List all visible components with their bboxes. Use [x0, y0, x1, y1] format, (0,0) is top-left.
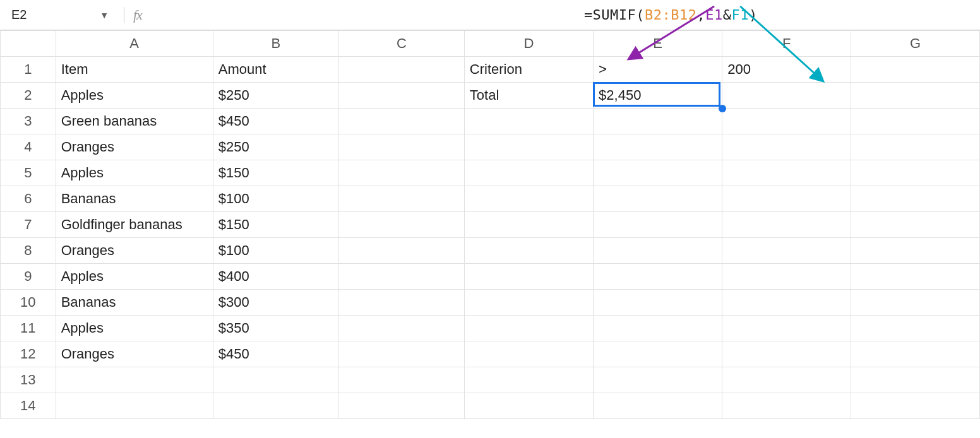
cell-C8[interactable]: [338, 238, 464, 264]
column-header-F[interactable]: F: [722, 31, 851, 57]
cell-F14[interactable]: [722, 393, 851, 419]
cell-E2[interactable]: $2,450: [594, 83, 722, 109]
row-header-10[interactable]: 10: [1, 290, 56, 316]
select-all-corner[interactable]: [1, 31, 56, 57]
cell-F8[interactable]: [722, 238, 851, 264]
cell-E3[interactable]: [594, 109, 722, 134]
cell-D7[interactable]: [464, 212, 593, 238]
cell-A8[interactable]: Oranges: [56, 238, 213, 264]
cell-G6[interactable]: [851, 186, 980, 212]
column-header-D[interactable]: D: [464, 31, 593, 57]
cell-C14[interactable]: [338, 393, 464, 419]
column-header-A[interactable]: A: [56, 31, 213, 57]
cell-C13[interactable]: [338, 367, 464, 393]
cell-B7[interactable]: $150: [213, 212, 338, 238]
row-header-3[interactable]: 3: [1, 109, 56, 134]
cell-F7[interactable]: [722, 212, 851, 238]
selection-fill-handle[interactable]: [719, 105, 726, 112]
column-header-E[interactable]: E: [594, 31, 722, 57]
cell-C9[interactable]: [338, 264, 464, 290]
cell-G11[interactable]: [851, 316, 980, 341]
cell-A14[interactable]: [56, 393, 213, 419]
cell-D1[interactable]: Criterion: [464, 57, 593, 83]
cell-D6[interactable]: [464, 186, 593, 212]
cell-E12[interactable]: [594, 341, 722, 367]
cell-A11[interactable]: Apples: [56, 316, 213, 341]
cell-G7[interactable]: [851, 212, 980, 238]
cell-A5[interactable]: Apples: [56, 160, 213, 186]
cell-D9[interactable]: [464, 264, 593, 290]
cell-E13[interactable]: [594, 367, 722, 393]
cell-B12[interactable]: $450: [213, 341, 338, 367]
cell-F6[interactable]: [722, 186, 851, 212]
cell-F3[interactable]: [722, 109, 851, 134]
cell-F1[interactable]: 200: [722, 57, 851, 83]
cell-E4[interactable]: [594, 134, 722, 160]
cell-C11[interactable]: [338, 316, 464, 341]
row-header-14[interactable]: 14: [1, 393, 56, 419]
cell-G5[interactable]: [851, 160, 980, 186]
name-box[interactable]: E2 ▼: [8, 8, 115, 22]
row-header-1[interactable]: 1: [1, 57, 56, 83]
cell-B4[interactable]: $250: [213, 134, 338, 160]
row-header-5[interactable]: 5: [1, 160, 56, 186]
cell-A13[interactable]: [56, 367, 213, 393]
cell-F10[interactable]: [722, 290, 851, 316]
cell-C12[interactable]: [338, 341, 464, 367]
cell-F5[interactable]: [722, 160, 851, 186]
cell-G9[interactable]: [851, 264, 980, 290]
cell-E1[interactable]: >: [594, 57, 722, 83]
cell-C6[interactable]: [338, 186, 464, 212]
cell-G8[interactable]: [851, 238, 980, 264]
cell-F2[interactable]: [722, 83, 851, 109]
cell-C10[interactable]: [338, 290, 464, 316]
cell-C5[interactable]: [338, 160, 464, 186]
cell-B5[interactable]: $150: [213, 160, 338, 186]
cell-F13[interactable]: [722, 367, 851, 393]
cell-G13[interactable]: [851, 367, 980, 393]
cell-C3[interactable]: [338, 109, 464, 134]
row-header-11[interactable]: 11: [1, 316, 56, 341]
row-header-2[interactable]: 2: [1, 83, 56, 109]
cell-B3[interactable]: $450: [213, 109, 338, 134]
cell-F4[interactable]: [722, 134, 851, 160]
cell-G10[interactable]: [851, 290, 980, 316]
row-header-6[interactable]: 6: [1, 186, 56, 212]
fx-icon[interactable]: fx: [133, 7, 142, 23]
cell-E5[interactable]: [594, 160, 722, 186]
cell-B8[interactable]: $100: [213, 238, 338, 264]
cell-C2[interactable]: [338, 83, 464, 109]
cell-D13[interactable]: [464, 367, 593, 393]
column-header-B[interactable]: B: [213, 31, 338, 57]
cell-D11[interactable]: [464, 316, 593, 341]
cell-E10[interactable]: [594, 290, 722, 316]
cell-D3[interactable]: [464, 109, 593, 134]
cell-B9[interactable]: $400: [213, 264, 338, 290]
cell-A2[interactable]: Apples: [56, 83, 213, 109]
cell-E7[interactable]: [594, 212, 722, 238]
cell-E11[interactable]: [594, 316, 722, 341]
cell-B10[interactable]: $300: [213, 290, 338, 316]
cell-E6[interactable]: [594, 186, 722, 212]
cell-E14[interactable]: [594, 393, 722, 419]
cell-C1[interactable]: [338, 57, 464, 83]
cell-B11[interactable]: $350: [213, 316, 338, 341]
cell-A6[interactable]: Bananas: [56, 186, 213, 212]
cell-D4[interactable]: [464, 134, 593, 160]
cell-B6[interactable]: $100: [213, 186, 338, 212]
cell-A4[interactable]: Oranges: [56, 134, 213, 160]
row-header-12[interactable]: 12: [1, 341, 56, 367]
cell-G3[interactable]: [851, 109, 980, 134]
row-header-13[interactable]: 13: [1, 367, 56, 393]
cell-A3[interactable]: Green bananas: [56, 109, 213, 134]
cell-F12[interactable]: [722, 341, 851, 367]
cell-B1[interactable]: Amount: [213, 57, 338, 83]
cell-D14[interactable]: [464, 393, 593, 419]
cell-B14[interactable]: [213, 393, 338, 419]
cell-B2[interactable]: $250: [213, 83, 338, 109]
row-header-4[interactable]: 4: [1, 134, 56, 160]
row-header-7[interactable]: 7: [1, 212, 56, 238]
cell-F11[interactable]: [722, 316, 851, 341]
cell-A9[interactable]: Apples: [56, 264, 213, 290]
cell-E9[interactable]: [594, 264, 722, 290]
